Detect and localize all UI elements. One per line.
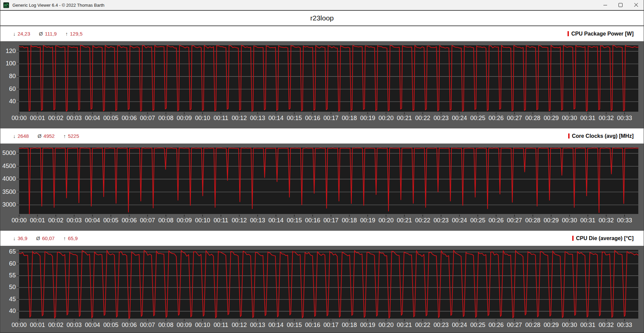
app-window: Generic Log Viewer 6.4 - © 2022 Thomas B… bbox=[0, 0, 644, 333]
x-axis-tick-label: 00:25 bbox=[469, 322, 487, 328]
max-arrow-icon: ↑ bbox=[65, 31, 68, 37]
x-axis-tick-label: 00:23 bbox=[432, 115, 450, 121]
x-axis-tick-label: 00:33 bbox=[615, 115, 634, 121]
stat-min-value: 36,9 bbox=[18, 235, 28, 241]
titlebar-title: Generic Log Viewer 6.4 - © 2022 Thomas B… bbox=[12, 3, 104, 8]
x-axis-tick-label: 00:16 bbox=[304, 115, 322, 121]
x-axis-tick-label: 00:10 bbox=[194, 217, 212, 224]
x-axis-tick-label: 00:31 bbox=[579, 217, 597, 224]
x-axis-tick-label: 00:26 bbox=[487, 115, 505, 121]
x-axis-tick-label: 00:03 bbox=[65, 217, 83, 224]
y-axis-tick-label: 55 bbox=[0, 272, 16, 279]
stat-avg: Ø 111,9 bbox=[39, 31, 57, 37]
x-axis-tick-label: 00:11 bbox=[212, 322, 230, 328]
y-axis-tick-label: 60 bbox=[0, 86, 16, 93]
x-axis-tick-label: 00:30 bbox=[560, 217, 579, 224]
y-axis-tick-label: 100 bbox=[0, 60, 16, 67]
x-axis-tick-label: 00:00 bbox=[10, 217, 28, 224]
x-axis-tick-label: 00:32 bbox=[597, 217, 615, 224]
x-axis-tick-label: 00:06 bbox=[120, 217, 138, 224]
x-axis-tick-label: 00:30 bbox=[560, 115, 579, 121]
max-arrow-icon: ↑ bbox=[63, 235, 66, 241]
average-icon: Ø bbox=[39, 31, 43, 37]
stat-max-value: 5225 bbox=[68, 133, 79, 139]
cpu-die-plot[interactable] bbox=[19, 250, 638, 319]
series-legend: Core Clocks (avg) [MHz] bbox=[568, 133, 634, 139]
series-color-bar bbox=[572, 236, 574, 241]
chart-panel-core-clocks: 5000450040003500300000:0000:0100:0200:03… bbox=[0, 144, 644, 231]
x-axis-tick-label: 00:02 bbox=[47, 217, 65, 224]
x-axis-tick-label: 00:21 bbox=[395, 322, 414, 328]
x-axis-tick-label: 00:21 bbox=[395, 115, 414, 121]
stat-avg: Ø 60,07 bbox=[36, 235, 55, 241]
series-label: CPU Package Power [W] bbox=[571, 31, 634, 37]
x-axis-tick-label: 00:20 bbox=[377, 217, 395, 224]
stat-max: ↑ 5225 bbox=[63, 133, 79, 139]
min-arrow-icon: ↓ bbox=[13, 31, 16, 37]
y-axis-tick-label: 4000 bbox=[0, 175, 16, 182]
x-axis-tick-label: 00:27 bbox=[505, 217, 524, 224]
chart-header-cpu-power: ↓ 24,23 Ø 111,9 ↑ 129,5 CPU Package Powe… bbox=[0, 26, 644, 41]
x-axis-tick-label: 00:22 bbox=[414, 322, 432, 328]
x-axis-tick-label: 00:08 bbox=[157, 115, 175, 121]
x-axis-tick-label: 00:09 bbox=[175, 322, 193, 328]
x-axis-tick-label: 00:13 bbox=[249, 217, 267, 224]
x-axis-tick-label: 00:13 bbox=[249, 322, 267, 328]
series-label: Core Clocks (avg) [MHz] bbox=[572, 133, 634, 139]
series-color-bar bbox=[568, 31, 569, 36]
x-axis-tick-label: 00:29 bbox=[542, 115, 560, 121]
x-axis-tick-label: 00:21 bbox=[395, 217, 414, 224]
chart-header-cpu-die: ↓ 36,9 Ø 60,07 ↑ 65,9 CPU Die (average) … bbox=[0, 231, 644, 246]
x-axis-tick-label: 00:24 bbox=[450, 322, 469, 328]
maximize-button[interactable] bbox=[613, 0, 628, 10]
close-button[interactable] bbox=[628, 0, 644, 10]
x-axis-tick-label: 00:03 bbox=[65, 115, 83, 121]
minimize-icon bbox=[603, 5, 607, 5]
x-axis-tick-label: 00:24 bbox=[450, 217, 469, 224]
series-color-bar bbox=[568, 133, 570, 138]
x-axis-tick-label: 00:04 bbox=[84, 115, 102, 121]
cpu-power-plot[interactable] bbox=[19, 45, 638, 112]
y-axis-tick-label: 80 bbox=[0, 73, 16, 80]
section-cpu-die-temp: ↓ 36,9 Ø 60,07 ↑ 65,9 CPU Die (average) … bbox=[0, 231, 644, 333]
x-axis-tick-label: 00:05 bbox=[102, 115, 120, 121]
y-axis-tick-label: 60 bbox=[0, 260, 16, 267]
x-axis-tick-label: 00:10 bbox=[194, 115, 212, 121]
y-axis-tick-label: 4500 bbox=[0, 163, 16, 170]
series-label: CPU Die (average) [°C] bbox=[576, 235, 634, 241]
x-axis-tick-label: 00:19 bbox=[359, 217, 377, 224]
y-axis-tick-label: 5000 bbox=[0, 150, 16, 157]
x-axis-tick-label: 00:16 bbox=[304, 217, 322, 224]
x-axis-tick-label: 00:26 bbox=[487, 217, 505, 224]
x-axis-tick-label: 00:07 bbox=[139, 115, 157, 121]
stat-max: ↑ 129,5 bbox=[65, 31, 83, 37]
core-clocks-plot[interactable] bbox=[19, 148, 638, 214]
x-axis-tick-label: 00:24 bbox=[450, 115, 469, 121]
average-icon: Ø bbox=[38, 133, 42, 139]
x-axis-tick-label: 00:20 bbox=[377, 322, 395, 328]
x-axis-tick-label: 00:25 bbox=[469, 115, 487, 121]
x-axis-tick-label: 00:01 bbox=[29, 322, 47, 328]
x-axis-tick-label: 00:05 bbox=[102, 322, 120, 328]
x-axis-tick-label: 00:33 bbox=[615, 322, 634, 328]
stat-min: ↓ 36,9 bbox=[13, 235, 28, 241]
min-arrow-icon: ↓ bbox=[13, 133, 16, 139]
stat-min-value: 24,23 bbox=[18, 31, 31, 37]
stat-avg-value: 4952 bbox=[44, 133, 55, 139]
x-axis-tick-label: 00:04 bbox=[84, 322, 102, 328]
x-axis-tick-label: 00:12 bbox=[230, 115, 248, 121]
x-axis-tick-label: 00:17 bbox=[322, 217, 340, 224]
app-icon bbox=[3, 2, 9, 8]
log-file-title: r23loop bbox=[0, 11, 644, 26]
x-axis-tick-label: 00:09 bbox=[175, 217, 193, 224]
chart-header-core-clocks: ↓ 2648 Ø 4952 ↑ 5225 Core Clocks (avg) [… bbox=[0, 128, 644, 144]
y-axis-tick-label: 65 bbox=[0, 248, 16, 255]
x-axis-tick-label: 00:22 bbox=[414, 115, 432, 121]
x-axis-tick-label: 00:28 bbox=[524, 115, 542, 121]
average-icon: Ø bbox=[36, 235, 40, 241]
minimize-button[interactable] bbox=[597, 0, 613, 10]
x-axis-tick-label: 00:26 bbox=[487, 322, 505, 328]
min-arrow-icon: ↓ bbox=[13, 235, 16, 241]
x-axis-tick-label: 00:01 bbox=[29, 217, 47, 224]
titlebar: Generic Log Viewer 6.4 - © 2022 Thomas B… bbox=[0, 0, 644, 11]
